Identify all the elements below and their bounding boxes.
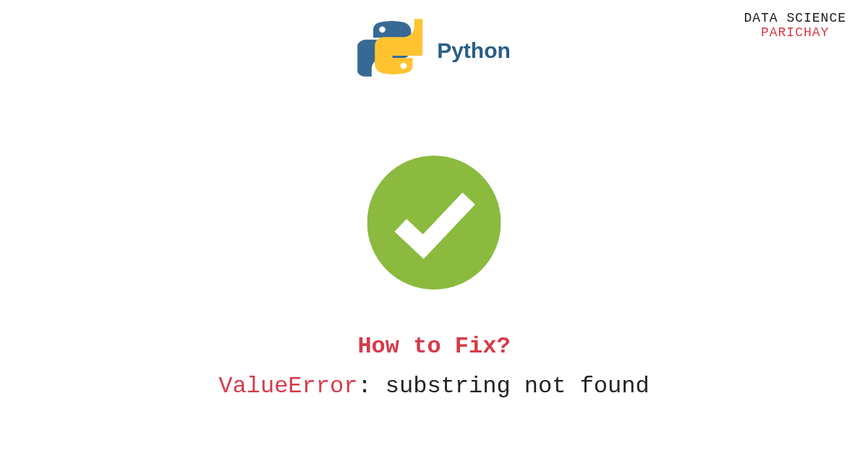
error-separator: : (357, 373, 385, 400)
python-logo-icon (357, 18, 422, 83)
error-text: substring not found (386, 373, 650, 400)
text-section: How to Fix? ValueError: substring not fo… (0, 333, 868, 400)
python-label: Python (437, 38, 511, 63)
brand-section: DATA SCIENCE PARICHAY (744, 11, 846, 40)
svg-point-0 (367, 156, 501, 290)
header-logo-section: Python (357, 18, 511, 83)
error-type: ValueError (218, 373, 357, 400)
brand-line2: PARICHAY (744, 25, 846, 40)
error-message: ValueError: substring not found (0, 373, 868, 400)
checkmark-icon (367, 156, 501, 290)
brand-line1: DATA SCIENCE (744, 11, 846, 25)
how-to-fix-heading: How to Fix? (0, 333, 868, 360)
